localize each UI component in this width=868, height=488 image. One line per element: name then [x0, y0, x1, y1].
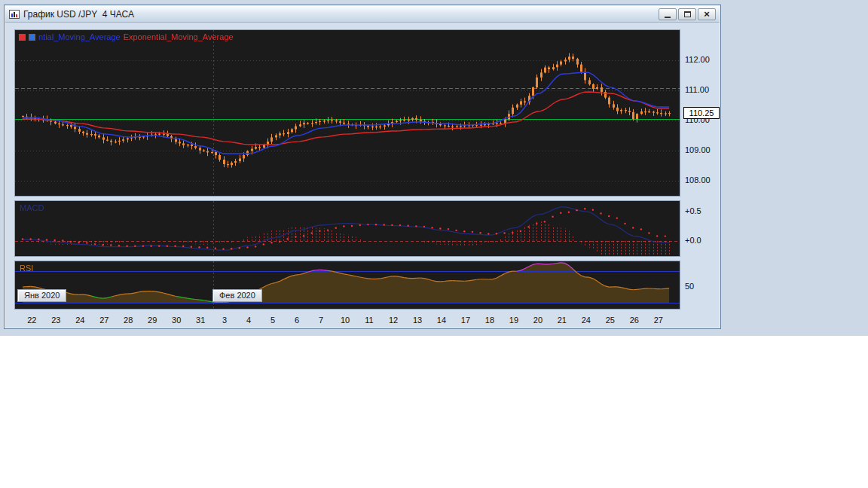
date-axis-label: 27	[99, 316, 108, 325]
date-axis-label: 23	[51, 316, 60, 325]
date-axis-label: 6	[295, 316, 299, 325]
price-axis-label: 111.00	[685, 85, 709, 94]
month-label-jan[interactable]: Янв 2020	[17, 289, 66, 302]
chart-window: График USD /JPY 4 ЧАСА ntial_Moving_Aver…	[4, 5, 721, 329]
date-axis-label: 29	[148, 316, 157, 325]
minimize-button[interactable]	[659, 8, 677, 20]
date-axis-label: 31	[196, 316, 205, 325]
window-title: График USD /JPY 4 ЧАСА	[23, 9, 134, 20]
date-axis-label: 5	[270, 316, 275, 325]
indicator-legend: ntial_Moving_Average Exponential_Moving_…	[19, 32, 234, 41]
macd-axis-label: +0.0	[685, 236, 701, 245]
date-axis-label: 10	[341, 316, 350, 325]
window-controls	[659, 8, 716, 20]
date-axis-label: 11	[365, 316, 373, 325]
date-axis-label: 14	[437, 316, 446, 325]
rsi-panel	[14, 261, 680, 310]
desktop-background: График USD /JPY 4 ЧАСА ntial_Moving_Aver…	[0, 0, 868, 336]
price-axis-label: 112.00	[685, 55, 710, 64]
ma-fast-legend-label: ntial_Moving_Average	[38, 32, 121, 41]
current-price-tag: 110.25	[683, 107, 720, 119]
price-axis-label: 109.00	[685, 145, 711, 154]
date-axis-label: 25	[606, 316, 615, 325]
date-axis-label: 22	[27, 316, 36, 325]
date-axis-label: 12	[389, 316, 398, 325]
maximize-icon	[684, 11, 691, 17]
date-axis: 2223242728293031345671011121314171819202…	[5, 314, 720, 328]
date-axis-label: 13	[413, 316, 422, 325]
date-axis-label: 30	[172, 316, 181, 325]
price-chart-canvas[interactable]	[15, 30, 680, 196]
legend-blue-chip-icon[interactable]	[29, 34, 35, 41]
date-axis-label: 26	[630, 316, 639, 325]
date-axis-label: 21	[558, 316, 567, 325]
date-axis-label: 7	[319, 316, 323, 325]
legend-red-chip-icon[interactable]	[19, 34, 26, 41]
date-axis-label: 3	[222, 316, 227, 325]
window-titlebar[interactable]: График USD /JPY 4 ЧАСА	[5, 6, 720, 23]
date-axis-label: 4	[246, 316, 251, 325]
date-axis-label: 27	[654, 316, 663, 325]
price-axis-label: 108.00	[685, 175, 711, 185]
month-label-feb[interactable]: Фев 2020	[212, 289, 262, 302]
maximize-button[interactable]	[678, 8, 696, 20]
date-axis-label: 18	[485, 316, 494, 325]
close-button[interactable]	[698, 8, 716, 20]
macd-chart-canvas[interactable]	[15, 201, 680, 256]
rsi-chart-canvas[interactable]	[15, 261, 680, 309]
chart-app-icon	[9, 10, 20, 19]
date-axis-label: 24	[75, 316, 84, 325]
date-axis-label: 19	[509, 316, 518, 325]
macd-panel	[14, 200, 680, 257]
ma-slow-legend-label: Exponential_Moving_Average	[124, 32, 234, 41]
date-axis-label: 24	[582, 316, 591, 325]
macd-axis-label: +0.5	[685, 206, 701, 215]
date-axis-label: 17	[461, 316, 470, 325]
macd-panel-label: MACD	[20, 203, 44, 212]
close-icon	[704, 9, 710, 19]
rsi-axis-label: 50	[685, 282, 694, 291]
rsi-panel-label: RSI	[20, 264, 33, 273]
date-axis-label: 20	[533, 316, 542, 325]
price-panel	[14, 29, 680, 197]
minimize-icon	[665, 17, 671, 18]
date-axis-label: 28	[124, 316, 133, 325]
